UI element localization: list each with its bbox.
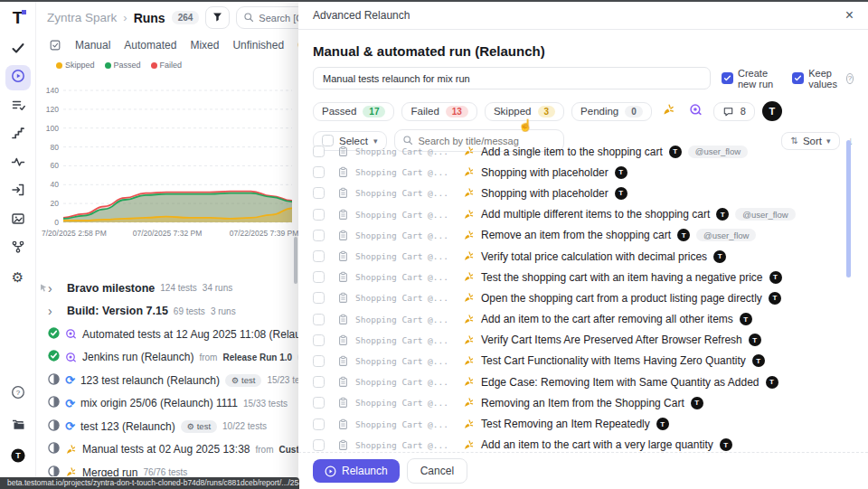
test-checkbox[interactable]	[313, 166, 325, 178]
checkbox[interactable]	[722, 72, 733, 84]
comments-filter-button[interactable]: 8	[713, 102, 755, 121]
expand-chevron-icon[interactable]: ›	[48, 305, 56, 317]
run-folder-row[interactable]: ›Build: Version 7.1569 tests3 runs	[36, 300, 299, 324]
test-checkbox[interactable]	[313, 376, 325, 388]
test-title[interactable]: Test Cart Functionality with Items Havin…	[481, 354, 746, 367]
relaunch-button[interactable]: Relaunch	[313, 459, 400, 483]
filter-chip-failed[interactable]: Failed13	[401, 102, 476, 121]
test-row[interactable]: Shopping Cart @...Edge Case: Removing It…	[298, 371, 844, 392]
test-title[interactable]: Remove an item from the shopping cart	[481, 229, 671, 241]
test-title[interactable]: Test the shopping cart with an item havi…	[481, 271, 763, 284]
filter-manual-button[interactable]	[659, 101, 679, 121]
app-logo[interactable]: T	[13, 8, 24, 28]
cancel-button[interactable]: Cancel	[407, 458, 467, 484]
test-title[interactable]: Shopping with placeholder	[481, 187, 609, 200]
test-suite-path: Shopping Cart @...	[355, 230, 457, 240]
checkbox[interactable]	[792, 72, 804, 84]
test-row[interactable]: Shopping Cart @...Add an item to the car…	[298, 435, 844, 452]
assignee-avatar[interactable]: T	[762, 101, 782, 121]
run-row[interactable]: ⟳test 123 (Relaunch)⚙test10/22 tests	[36, 415, 299, 438]
test-row[interactable]: Shopping Cart @...Test the shopping cart…	[298, 267, 844, 287]
sidebar-item-projects[interactable]	[5, 413, 31, 438]
tab-automated[interactable]: Automated	[124, 39, 176, 52]
test-row[interactable]: Shopping Cart @...Shopping with placehol…	[298, 162, 844, 183]
test-title[interactable]: Test Removing an Item Repeatedly	[481, 418, 650, 430]
test-row[interactable]: Shopping Cart @...Add a single item to t…	[298, 141, 844, 162]
close-icon[interactable]: ×	[845, 8, 854, 23]
test-row[interactable]: Shopping Cart @...Add multiple different…	[298, 204, 844, 225]
test-checkbox[interactable]	[313, 146, 325, 157]
test-tag[interactable]: @user_flow	[735, 208, 795, 221]
sidebar-item-import[interactable]	[5, 179, 31, 204]
tab-manual[interactable]: Manual	[75, 39, 110, 52]
test-checkbox[interactable]	[313, 292, 325, 304]
sidebar-item-check[interactable]	[5, 37, 31, 62]
test-row[interactable]: Shopping Cart @...Add an item to the car…	[298, 309, 844, 330]
test-title[interactable]: Open the shopping cart from a product li…	[481, 292, 762, 305]
filter-button[interactable]	[205, 6, 230, 29]
test-title[interactable]: Add a single item to the shopping cart	[481, 146, 663, 158]
test-checkbox[interactable]	[313, 355, 325, 367]
test-checkbox[interactable]	[313, 271, 325, 283]
sidebar-item-branch[interactable]	[5, 236, 31, 261]
test-checkbox[interactable]	[313, 334, 325, 346]
filter-automated-button[interactable]	[686, 101, 706, 121]
test-tag[interactable]: @user_flow	[688, 146, 748, 158]
test-row[interactable]: Shopping Cart @...Open the shopping cart…	[298, 287, 844, 308]
test-title[interactable]: Shopping with placeholder	[481, 166, 609, 179]
test-title[interactable]: Add an item to the cart after removing a…	[481, 313, 733, 325]
run-row[interactable]: Merged run76/76 tests	[36, 461, 299, 476]
run-name-input[interactable]	[313, 67, 711, 89]
tab-unfinished[interactable]: Unfinished	[232, 39, 284, 52]
runs-search-input[interactable]	[259, 13, 299, 24]
test-title[interactable]: Add multiple different items to the shop…	[481, 208, 710, 221]
sidebar-item-settings[interactable]: ⚙	[5, 265, 31, 290]
test-title[interactable]: Verify Cart Items Are Preserved After Br…	[481, 334, 742, 346]
svg-text:07/22/2025 7:39 PM: 07/22/2025 7:39 PM	[230, 229, 299, 238]
run-row[interactable]: Automated tests at 12 Aug 2025 11:08 (Re…	[36, 323, 299, 346]
test-row[interactable]: Shopping Cart @...Verify Cart Items Are …	[298, 330, 844, 351]
breadcrumb-project[interactable]: Zyntra Spark	[47, 11, 117, 24]
option-keep-values[interactable]: Keep values?	[792, 68, 854, 89]
test-row[interactable]: Shopping Cart @...Verify total price cal…	[298, 246, 844, 267]
sidebar-item-suites[interactable]	[5, 94, 31, 119]
test-checkbox[interactable]	[313, 439, 325, 451]
test-title[interactable]: Add an item to the cart with a very larg…	[481, 438, 713, 451]
sidebar-item-profile-avatar[interactable]: T	[5, 445, 31, 470]
test-checkbox[interactable]	[313, 187, 325, 199]
test-checkbox[interactable]	[313, 418, 325, 430]
run-row[interactable]: ⟳123 test relaunch (Relaunch)⚙test15/23 …	[36, 369, 299, 392]
test-checkbox[interactable]	[313, 230, 325, 241]
filter-chip-pending[interactable]: Pending0	[571, 102, 652, 121]
run-folder-row[interactable]: ›Bravo milestone124 tests34 runs	[36, 277, 299, 300]
runs-header: Zyntra Spark › Runs 264 ×	[36, 2, 299, 33]
run-row[interactable]: ⟳mix origin 25/06 (Relaunch) 111115/33 t…	[36, 392, 299, 416]
runs-search[interactable]: ×	[236, 6, 299, 29]
test-title[interactable]: Removing an Item from the Shopping Cart	[481, 397, 684, 409]
test-title[interactable]: Edge Case: Removing Item with Same Quant…	[481, 376, 760, 389]
expand-chevron-icon[interactable]: ›	[48, 282, 56, 295]
test-row[interactable]: Shopping Cart @...Test Removing an Item …	[298, 413, 844, 434]
tab-mixed[interactable]: Mixed	[190, 39, 219, 52]
test-row[interactable]: Shopping Cart @...Removing an Item from …	[298, 392, 844, 413]
sidebar-item-runs[interactable]	[5, 65, 31, 90]
option-create-new-run[interactable]: Create new run	[722, 68, 781, 89]
filter-chip-passed[interactable]: Passed17	[313, 102, 394, 121]
test-row[interactable]: Shopping Cart @...Shopping with placehol…	[298, 183, 844, 203]
test-row[interactable]: Shopping Cart @...Remove an item from th…	[298, 225, 844, 246]
test-checkbox[interactable]	[313, 209, 325, 221]
test-title[interactable]: Verify total price calculation with deci…	[481, 250, 707, 263]
sidebar-item-pulse[interactable]	[5, 151, 31, 176]
tests-scrollbar[interactable]	[846, 140, 851, 277]
run-filter-icon[interactable]	[49, 39, 61, 52]
test-row[interactable]: Shopping Cart @...Test Cart Functionalit…	[298, 351, 844, 371]
test-checkbox[interactable]	[313, 250, 325, 262]
run-row[interactable]: Manual tests at 02 Aug 2025 13:38fromCus…	[36, 438, 299, 462]
sidebar-item-media[interactable]	[5, 208, 31, 233]
test-tag[interactable]: @user_flow	[696, 229, 756, 241]
test-checkbox[interactable]	[313, 397, 325, 409]
test-checkbox[interactable]	[313, 314, 325, 325]
sidebar-item-help[interactable]: ?	[5, 381, 31, 407]
run-row[interactable]: Jenkins run (Relaunch)fromRelease Run 1.…	[36, 346, 299, 370]
sidebar-item-steps[interactable]	[5, 122, 31, 147]
